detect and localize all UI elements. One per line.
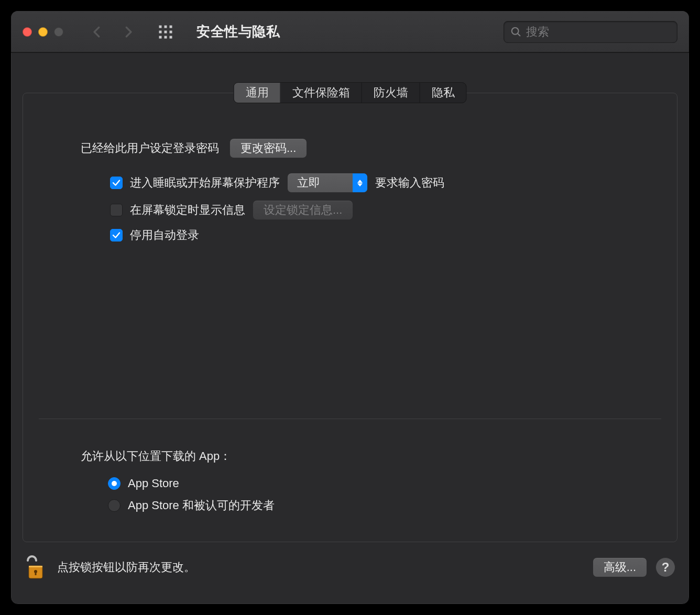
svg-rect-8 [170, 36, 172, 38]
svg-rect-14 [35, 572, 37, 575]
disable-autologin-row: 停用自动登录 [110, 227, 619, 243]
lock-text: 点按锁按钮以防再次更改。 [57, 559, 195, 575]
back-button[interactable] [89, 21, 105, 42]
show-lock-message-label: 在屏幕锁定时显示信息 [130, 202, 245, 218]
password-set-row: 已经给此用户设定登录密码 更改密码... [81, 138, 619, 158]
svg-line-10 [518, 33, 520, 36]
tabbar: 通用 文件保险箱 防火墙 隐私 [234, 82, 467, 103]
allow-apps-label: 允许从以下位置下载的 App： [81, 448, 619, 464]
grid-icon [158, 24, 173, 40]
disable-autologin-checkbox[interactable] [110, 229, 123, 241]
allow-apps-identified-radio[interactable] [108, 499, 121, 512]
tab-general[interactable]: 通用 [234, 83, 281, 103]
require-password-suffix: 要求输入密码 [375, 175, 444, 191]
svg-rect-3 [159, 30, 162, 33]
svg-rect-2 [170, 25, 172, 28]
search-input[interactable] [526, 25, 671, 39]
search-icon [510, 26, 522, 38]
forward-button [120, 21, 137, 42]
nav-group [89, 21, 137, 42]
zoom-window-button [54, 27, 63, 37]
help-button[interactable]: ? [655, 557, 675, 577]
svg-rect-6 [159, 36, 162, 38]
show-lock-message-row: 在屏幕锁定时显示信息 设定锁定信息... [110, 200, 619, 220]
svg-rect-12 [29, 566, 42, 567]
window-controls [23, 27, 63, 37]
minimize-window-button[interactable] [38, 27, 48, 37]
advanced-button[interactable]: 高级... [593, 557, 647, 577]
general-panel: 已经给此用户设定登录密码 更改密码... 进入睡眠或开始屏幕保护程序 立即 要求… [23, 93, 677, 542]
allow-apps-identified-row: App Store 和被认可的开发者 [108, 498, 619, 513]
allow-apps-identified-label: App Store 和被认可的开发者 [128, 498, 275, 513]
show-lock-message-checkbox[interactable] [110, 204, 123, 216]
titlebar: 安全性与隐私 [11, 11, 689, 53]
help-icon: ? [662, 560, 670, 575]
svg-rect-0 [159, 25, 162, 28]
chevron-right-icon [121, 24, 136, 40]
require-password-delay-value: 立即 [297, 175, 343, 191]
lock-group: 点按锁按钮以防再次更改。 [25, 554, 195, 580]
svg-rect-7 [165, 36, 167, 38]
content-area: 已经给此用户设定登录密码 更改密码... 进入睡眠或开始屏幕保护程序 立即 要求… [11, 53, 689, 604]
svg-rect-4 [165, 30, 167, 33]
lock-button[interactable] [25, 554, 46, 580]
allow-apps-section: 允许从以下位置下载的 App： App Store App Store 和被认可… [81, 448, 619, 521]
allow-apps-appstore-label: App Store [128, 477, 179, 490]
preferences-window: 安全性与隐私 已经给此用户设定登录密码 更改密码... 进入睡眠或开始屏幕保护程… [10, 10, 690, 605]
check-icon [112, 230, 121, 240]
window-title: 安全性与隐私 [196, 23, 280, 41]
search-field-container[interactable] [504, 21, 677, 43]
password-set-label: 已经给此用户设定登录密码 [81, 140, 219, 156]
change-password-button[interactable]: 更改密码... [229, 138, 307, 158]
show-all-button[interactable] [158, 24, 173, 40]
allow-apps-appstore-row: App Store [108, 477, 619, 490]
close-window-button[interactable] [23, 27, 32, 37]
tab-privacy[interactable]: 隐私 [420, 83, 466, 103]
tab-filevault[interactable]: 文件保险箱 [281, 83, 362, 103]
chevron-left-icon [89, 24, 105, 40]
divider [39, 419, 661, 419]
allow-apps-appstore-radio[interactable] [108, 477, 121, 490]
svg-rect-5 [170, 30, 172, 33]
svg-rect-1 [165, 25, 167, 28]
require-password-delay-select[interactable]: 立即 [287, 173, 368, 193]
lock-open-icon [25, 554, 46, 580]
set-lock-message-button: 设定锁定信息... [253, 200, 353, 220]
require-password-prefix: 进入睡眠或开始屏幕保护程序 [130, 175, 280, 191]
check-icon [112, 178, 121, 188]
require-password-row: 进入睡眠或开始屏幕保护程序 立即 要求输入密码 [110, 173, 619, 193]
disable-autologin-label: 停用自动登录 [130, 227, 199, 243]
select-stepper-icon [353, 173, 367, 192]
tab-firewall[interactable]: 防火墙 [362, 83, 420, 103]
require-password-checkbox[interactable] [110, 177, 123, 189]
footer: 点按锁按钮以防再次更改。 高级... ? [11, 546, 689, 604]
